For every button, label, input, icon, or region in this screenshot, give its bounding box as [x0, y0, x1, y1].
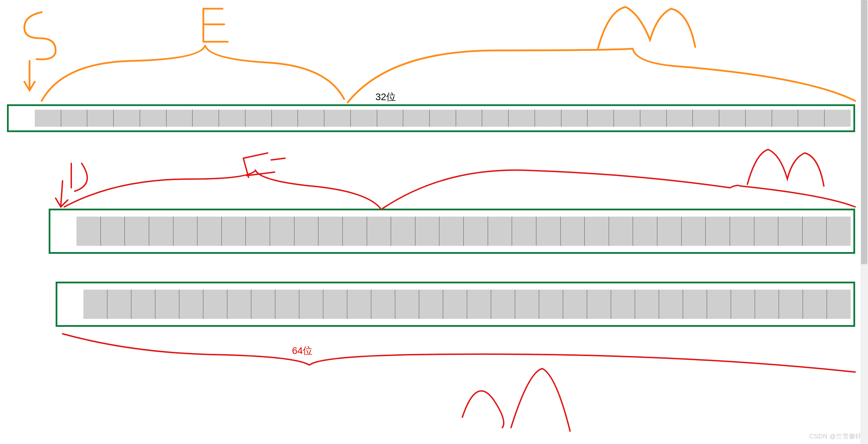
bar-32bit	[7, 104, 855, 132]
bit-cell	[76, 217, 101, 246]
scrollbar-thumb[interactable]	[861, 0, 867, 264]
bit-cell	[430, 110, 456, 127]
bit-cell	[509, 110, 535, 127]
bit-cell	[707, 290, 731, 319]
bit-cell	[587, 290, 611, 319]
bit-cell	[614, 110, 640, 127]
bar-64bit-upper	[49, 209, 855, 254]
bit-cell	[640, 110, 667, 127]
bit-cell	[682, 217, 706, 246]
brace-64-bottom	[63, 334, 855, 372]
bit-cell	[197, 217, 222, 246]
letter-s-orange	[24, 12, 56, 59]
bit-cell	[539, 290, 563, 319]
bit-cell	[693, 110, 719, 127]
bit-cell	[563, 290, 587, 319]
letter-s-red	[71, 163, 87, 191]
brace-m-orange	[348, 49, 855, 103]
bit-cell	[227, 290, 251, 319]
bit-cell	[683, 290, 707, 319]
arrow-s-orange	[24, 61, 35, 90]
bit-cell	[107, 290, 131, 319]
brace-m-red	[382, 170, 855, 209]
bit-cell	[251, 290, 275, 319]
bit-cell	[222, 217, 246, 246]
bit-cell	[203, 290, 227, 319]
bit-cell	[219, 110, 245, 127]
bit-cell	[125, 217, 149, 246]
bit-cell	[35, 110, 61, 127]
bit-cell	[149, 217, 173, 246]
bit-cell	[299, 290, 323, 319]
arrow-s-red	[56, 181, 68, 207]
bit-cell	[83, 290, 107, 319]
bit-cell	[515, 290, 539, 319]
bit-cell	[561, 217, 585, 246]
bit-cell	[587, 110, 614, 127]
bit-cell	[246, 217, 270, 246]
letter-m-bottom	[462, 369, 570, 431]
bit-cell	[827, 217, 851, 246]
bit-cell	[114, 110, 140, 127]
bit-cell	[87, 110, 114, 127]
brace-e-orange	[42, 45, 344, 101]
bit-cell	[512, 217, 536, 246]
bit-cell	[706, 217, 730, 246]
bit-cell	[456, 110, 482, 127]
bit-cell	[746, 110, 772, 127]
diagram-canvas: 32位 64位	[0, 0, 868, 444]
bit-cell	[561, 110, 588, 127]
bit-cell	[488, 217, 512, 246]
bit-cell	[391, 217, 415, 246]
bit-cell	[351, 110, 377, 127]
bit-cell	[101, 217, 125, 246]
bit-cell	[825, 110, 851, 127]
bit-cell	[415, 217, 440, 246]
bit-cell	[140, 110, 167, 127]
bit-cell	[798, 110, 825, 127]
bit-cell	[294, 217, 319, 246]
bit-cell	[633, 217, 657, 246]
bit-cell	[772, 110, 798, 127]
brace-e-red	[64, 170, 381, 209]
watermark: CSDN @兰雪馨轩	[809, 432, 862, 441]
bit-cell	[167, 110, 193, 127]
bit-cell	[193, 110, 219, 127]
bit-cell	[270, 217, 294, 246]
bit-cell	[443, 290, 467, 319]
bit-cell	[754, 217, 779, 246]
letter-m-orange	[598, 7, 695, 49]
bit-cell	[347, 290, 371, 319]
bit-cell	[827, 290, 851, 319]
bit-cell	[439, 217, 464, 246]
bit-cell	[464, 217, 488, 246]
bit-cell	[536, 217, 561, 246]
letter-e-red	[243, 153, 285, 177]
letter-m-red	[747, 150, 824, 186]
bit-cell	[395, 290, 419, 319]
bit-cell	[367, 217, 391, 246]
bit-cell	[245, 110, 272, 127]
bit-cell	[298, 110, 324, 127]
bit-cell	[343, 217, 367, 246]
bit-cell	[657, 217, 682, 246]
bit-cell	[323, 290, 347, 319]
bar-64bit-lower	[56, 282, 855, 327]
bit-cell	[482, 110, 509, 127]
bit-cell	[659, 290, 683, 319]
bit-cell	[419, 290, 443, 319]
bit-cell	[609, 217, 633, 246]
bit-cell	[467, 290, 491, 319]
bit-cell	[403, 110, 430, 127]
bit-cell	[803, 217, 827, 246]
bit-cell	[779, 290, 803, 319]
bit-cell	[731, 290, 755, 319]
bit-cell	[535, 110, 561, 127]
bit-cell	[635, 290, 659, 319]
bit-cell	[585, 217, 609, 246]
bit-cell	[155, 290, 179, 319]
vertical-scrollbar[interactable]	[860, 0, 868, 444]
bit-cell	[131, 290, 155, 319]
bit-cell	[173, 217, 198, 246]
bit-cell	[61, 110, 88, 127]
